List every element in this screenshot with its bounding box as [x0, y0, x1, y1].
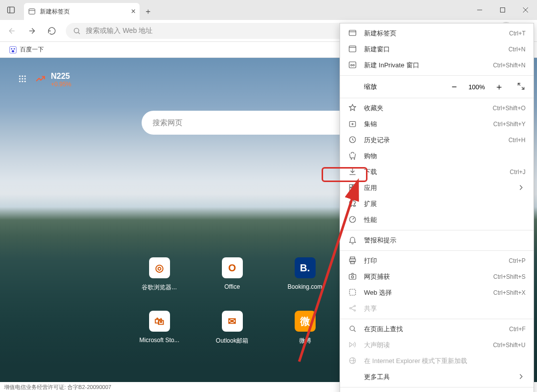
tile-label: Booking.com	[288, 283, 322, 290]
menu-separator	[340, 75, 534, 76]
menu-item-perf[interactable]: 性能	[340, 212, 534, 228]
zoom-out-button[interactable]: −	[447, 79, 462, 94]
quick-link-tile[interactable]: B.Booking.com	[285, 257, 325, 292]
menu-item-label: 共享	[364, 304, 526, 313]
menu-item-favorites[interactable]: 收藏夹Ctrl+Shift+O	[340, 100, 534, 116]
quick-link-tile[interactable]: ◎谷歌浏览器...	[140, 257, 179, 292]
menu-item-label: 新建窗口	[364, 45, 502, 54]
menu-item-capture[interactable]: 网页捕获Ctrl+Shift+S	[340, 269, 534, 285]
title-bar: 新建标签页 × ＋	[0, 0, 537, 20]
stock-widget[interactable]: N225 +0.95%	[35, 72, 71, 88]
nav-refresh-button[interactable]	[43, 22, 61, 40]
svg-point-31	[22, 78, 23, 80]
print-icon	[348, 256, 357, 266]
menu-item-shortcut: Ctrl+Shift+S	[493, 273, 526, 280]
svg-rect-40	[349, 46, 356, 52]
svg-point-25	[13, 48, 15, 49]
menu-item-new_window[interactable]: 新建窗口Ctrl+N	[340, 41, 534, 57]
svg-rect-59	[353, 188, 356, 190]
menu-item-share: 共享	[340, 301, 534, 317]
menu-item-shortcut: Ctrl+Shift+X	[493, 289, 526, 296]
svg-point-53	[354, 159, 355, 160]
svg-line-46	[522, 87, 525, 89]
menu-item-apps[interactable]: 应用	[340, 180, 534, 196]
menu-item-shopping[interactable]: 购物	[340, 148, 534, 164]
bookmark-favicon	[9, 46, 17, 54]
menu-item-label: 打印	[364, 256, 502, 265]
svg-line-74	[354, 330, 356, 331]
tab-current[interactable]: 新建标签页 ×	[24, 3, 140, 20]
menu-separator	[340, 250, 534, 251]
bookmark-item-baidu[interactable]: 百度一下	[6, 43, 47, 56]
shopping-icon	[348, 151, 357, 162]
zoom-in-button[interactable]: ＋	[492, 79, 507, 94]
window-controls	[468, 0, 537, 20]
nav-back-button[interactable]	[3, 22, 21, 40]
menu-item-new_tab[interactable]: 新建标签页Ctrl+T	[340, 25, 534, 41]
menu-item-history[interactable]: 历史记录Ctrl+H	[340, 132, 534, 148]
svg-rect-5	[501, 8, 505, 12]
menu-item-moretools[interactable]: 更多工具	[340, 369, 534, 385]
menu-item-label: 网页捕获	[364, 272, 486, 281]
window-close[interactable]	[514, 0, 537, 20]
quick-link-tile[interactable]: OOffice	[212, 257, 252, 292]
find-icon	[348, 324, 357, 335]
menu-item-alerts[interactable]: 警报和提示	[340, 232, 534, 248]
menu-item-print[interactable]: 打印Ctrl+P	[340, 253, 534, 269]
quick-link-tile[interactable]: 微微博	[285, 311, 325, 345]
menu-item-label: Web 选择	[364, 288, 486, 297]
menu-item-settings[interactable]: 设置	[340, 390, 534, 392]
capture-icon	[348, 272, 357, 282]
menu-item-label: 收藏夹	[364, 104, 486, 113]
tile-label: 微博	[299, 337, 311, 345]
nav-forward-button[interactable]	[23, 22, 41, 40]
tile-label: Microsoft Sto...	[139, 337, 179, 344]
svg-point-43	[351, 64, 352, 66]
window-maximize[interactable]	[491, 0, 514, 20]
settings-menu: 新建标签页Ctrl+T新建窗口Ctrl+N新建 InPrivate 窗口Ctrl…	[340, 23, 534, 392]
menu-item-webselect[interactable]: Web 选择Ctrl+Shift+X	[340, 285, 534, 301]
svg-rect-58	[350, 188, 352, 190]
readaloud-icon	[348, 340, 357, 351]
quick-link-tile[interactable]: ✉Outlook邮箱	[212, 311, 252, 345]
svg-line-72	[351, 308, 354, 310]
menu-item-collections[interactable]: 集锦Ctrl+Shift+Y	[340, 116, 534, 132]
menu-item-label: 性能	[364, 215, 526, 224]
tile-icon: ✉	[222, 311, 243, 332]
quick-link-tile[interactable]: 🛍Microsoft Sto...	[140, 311, 179, 345]
menu-item-label: 在 Internet Explorer 模式下重新加载	[364, 357, 526, 366]
new_inpriv-icon	[348, 60, 357, 71]
svg-rect-65	[349, 274, 356, 279]
svg-point-27	[19, 75, 20, 77]
svg-point-44	[353, 64, 355, 66]
menu-item-new_inpriv[interactable]: 新建 InPrivate 窗口Ctrl+Shift+N	[340, 57, 534, 73]
svg-line-61	[353, 218, 354, 219]
window-minimize[interactable]	[468, 0, 491, 20]
omnibox[interactable]: 搜索或输入 Web 地址	[66, 23, 385, 39]
menu-item-shortcut: Ctrl+Shift+O	[493, 105, 526, 112]
new-tab-button[interactable]: ＋	[140, 3, 157, 20]
menu-item-find[interactable]: 在页面上查找Ctrl+F	[340, 321, 534, 337]
menu-item-label: 应用	[364, 184, 510, 193]
svg-point-69	[354, 305, 356, 307]
apps-grid-icon[interactable]	[18, 74, 27, 85]
tab-actions-button[interactable]	[0, 0, 22, 20]
tile-icon: ◎	[149, 257, 170, 278]
menu-item-extensions[interactable]: 扩展	[340, 196, 534, 212]
svg-point-70	[354, 310, 356, 311]
footer-left: 增值电信业务经营许可证: 合字B2-20090007	[4, 384, 111, 391]
svg-rect-38	[349, 30, 356, 35]
fullscreen-button[interactable]	[517, 82, 526, 92]
menu-zoom-row: 缩放 − 100% ＋	[340, 78, 534, 96]
menu-item-downloads[interactable]: 下载Ctrl+J	[340, 164, 534, 180]
menu-item-label: 下载	[364, 168, 503, 177]
chevron-right-icon	[517, 183, 526, 194]
bookmark-label: 百度一下	[20, 45, 44, 54]
svg-rect-67	[350, 289, 356, 295]
zoom-percent: 100%	[466, 83, 488, 91]
downloads-icon	[348, 167, 357, 178]
ntp-search-placeholder: 搜索网页	[153, 118, 182, 128]
tab-close-icon[interactable]: ×	[131, 7, 136, 16]
menu-item-label: 在页面上查找	[364, 325, 502, 334]
stock-trend-icon	[35, 73, 46, 86]
